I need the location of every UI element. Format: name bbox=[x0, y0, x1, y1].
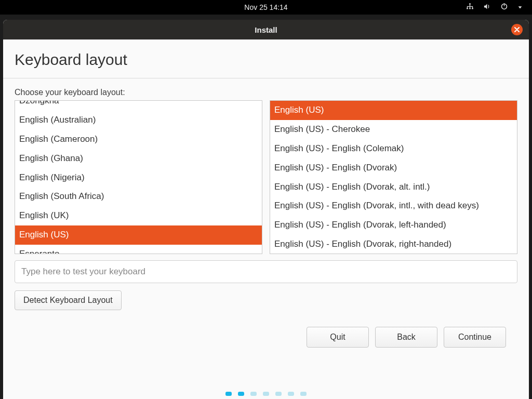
layout-option[interactable]: Dzongkha bbox=[15, 100, 262, 111]
progress-dot bbox=[263, 392, 269, 396]
svg-rect-1 bbox=[467, 8, 468, 9]
svg-rect-6 bbox=[467, 7, 468, 8]
layout-lists: Dzongkha English (Australian) English (C… bbox=[15, 100, 517, 254]
content: Choose your keyboard layout: Dzongkha En… bbox=[3, 78, 529, 392]
progress-dot bbox=[288, 392, 294, 396]
progress-indicator bbox=[3, 392, 529, 399]
page-title: Keyboard layout bbox=[15, 51, 517, 69]
variant-option[interactable]: English (US) - English (Dvorak, alt. int… bbox=[270, 178, 517, 197]
installer-window: Install Keyboard layout Choose your keyb… bbox=[3, 20, 529, 399]
progress-dot bbox=[275, 392, 282, 396]
progress-dot bbox=[250, 392, 257, 396]
layout-option[interactable]: English (Ghana) bbox=[15, 149, 262, 168]
layout-listbox[interactable]: Dzongkha English (Australian) English (C… bbox=[15, 100, 262, 254]
layout-option[interactable]: Esperanto bbox=[15, 245, 262, 254]
detect-keyboard-button[interactable]: Detect Keyboard Layout bbox=[15, 290, 122, 310]
power-icon[interactable] bbox=[500, 3, 508, 12]
network-icon[interactable] bbox=[466, 3, 474, 12]
window-titlebar: Install bbox=[3, 20, 529, 39]
continue-button[interactable]: Continue bbox=[444, 327, 506, 348]
close-button[interactable] bbox=[511, 24, 523, 35]
footer-buttons: Quit Back Continue bbox=[15, 320, 517, 358]
variant-option[interactable]: English (US) - Cherokee bbox=[270, 120, 517, 139]
svg-rect-0 bbox=[469, 3, 471, 5]
variant-option[interactable]: English (US) - English (Dvorak, right-ha… bbox=[270, 235, 517, 254]
page-body: Keyboard layout Choose your keyboard lay… bbox=[3, 39, 529, 399]
layout-option[interactable]: English (Cameroon) bbox=[15, 130, 262, 149]
variant-option-selected[interactable]: English (US) bbox=[270, 101, 517, 120]
chevron-down-icon[interactable] bbox=[517, 3, 523, 11]
variant-option[interactable]: English (US) - English (Dvorak) bbox=[270, 158, 517, 178]
volume-icon[interactable] bbox=[483, 3, 491, 12]
svg-rect-3 bbox=[472, 8, 473, 9]
progress-dot bbox=[238, 392, 244, 396]
quit-button[interactable]: Quit bbox=[307, 327, 369, 348]
layout-option[interactable]: English (UK) bbox=[15, 206, 262, 225]
svg-rect-8 bbox=[472, 7, 473, 8]
layout-option[interactable]: English (South Africa) bbox=[15, 187, 262, 206]
svg-rect-2 bbox=[469, 8, 471, 9]
system-tray bbox=[466, 3, 523, 12]
progress-dot bbox=[300, 392, 307, 396]
variant-option[interactable]: English (US) - English (Dvorak, left-han… bbox=[270, 216, 517, 235]
back-button[interactable]: Back bbox=[375, 327, 437, 348]
prompt-label: Choose your keyboard layout: bbox=[15, 88, 517, 97]
variant-option[interactable]: English (US) - English (Colemak) bbox=[270, 139, 517, 158]
svg-rect-10 bbox=[504, 3, 504, 6]
layout-option[interactable]: English (Australian) bbox=[15, 111, 262, 130]
variant-option[interactable]: English (US) - English (Dvorak, intl., w… bbox=[270, 196, 517, 216]
svg-rect-7 bbox=[470, 7, 470, 8]
clock: Nov 25 14:14 bbox=[244, 3, 287, 11]
window-title: Install bbox=[255, 25, 277, 34]
layout-option-selected[interactable]: English (US) bbox=[15, 225, 262, 245]
layout-option[interactable]: English (Nigeria) bbox=[15, 168, 262, 188]
variant-listbox[interactable]: English (US) English (US) - Cherokee Eng… bbox=[270, 100, 517, 254]
keyboard-test-input[interactable] bbox=[15, 260, 517, 283]
system-topbar: Nov 25 14:14 bbox=[0, 0, 532, 15]
progress-dot bbox=[225, 392, 232, 396]
page-header: Keyboard layout bbox=[3, 39, 529, 78]
